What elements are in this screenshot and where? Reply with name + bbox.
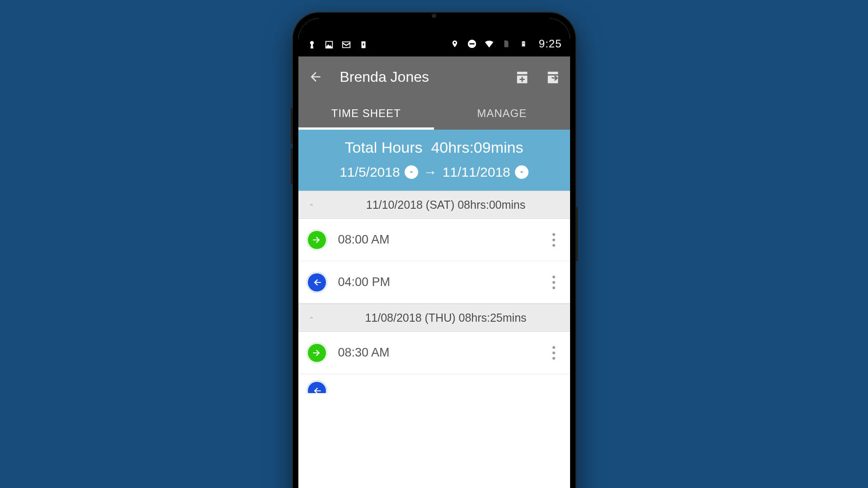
appbar-actions xyxy=(513,68,562,86)
keyhole-icon xyxy=(307,39,317,50)
phone-screen: 9:25 Brenda Jones TIME SHEET xyxy=(298,18,570,488)
tab-label: TIME SHEET xyxy=(331,107,401,120)
status-bar: 9:25 xyxy=(298,18,570,56)
app-bar: Brenda Jones xyxy=(298,56,570,97)
phone-power-button xyxy=(576,207,578,261)
svg-rect-1 xyxy=(469,43,474,45)
dnd-icon xyxy=(467,38,477,49)
time-entry-row-partial[interactable] xyxy=(298,374,570,393)
battery-icon xyxy=(518,38,529,49)
entry-overflow-menu[interactable] xyxy=(546,276,562,289)
page-title: Brenda Jones xyxy=(340,69,498,85)
statusbar-right-icons: 9:25 xyxy=(449,38,562,50)
entry-time: 08:30 AM xyxy=(338,346,546,360)
phone-frame: 9:25 Brenda Jones TIME SHEET xyxy=(293,13,576,488)
entry-time: 04:00 PM xyxy=(338,275,546,289)
sim-icon xyxy=(501,38,512,49)
entry-time: 08:00 AM xyxy=(338,233,546,247)
tab-indicator xyxy=(298,127,434,130)
wifi-icon xyxy=(484,38,495,49)
chevron-down-icon xyxy=(405,165,418,179)
time-entry-row[interactable]: 04:00 PM xyxy=(298,261,570,304)
time-entry-row[interactable]: 08:30 AM xyxy=(298,332,570,374)
phone-camera-dot xyxy=(432,14,436,18)
date-end-value: 11/11/2018 xyxy=(443,164,510,180)
day-header-label: 11/08/2018 (THU) 08hrs:25mins xyxy=(330,311,562,324)
tab-label: MANAGE xyxy=(477,107,527,120)
date-range: 11/5/2018 → 11/11/2018 xyxy=(306,164,563,180)
download-icon xyxy=(358,39,369,50)
statusbar-left-icons xyxy=(307,39,369,50)
date-start-selector[interactable]: 11/5/2018 xyxy=(340,164,418,180)
location-icon xyxy=(449,38,460,49)
tab-bar: TIME SHEET MANAGE xyxy=(298,97,570,130)
day-header[interactable]: 11/08/2018 (THU) 08hrs:25mins xyxy=(298,304,570,332)
caret-up-icon xyxy=(307,200,316,209)
calendar-add-button[interactable] xyxy=(513,68,531,86)
total-hours-value: 40hrs:09mins xyxy=(431,139,523,156)
date-start-value: 11/5/2018 xyxy=(340,164,400,180)
clock-in-icon xyxy=(307,343,327,363)
back-button[interactable] xyxy=(307,68,325,86)
svg-rect-2 xyxy=(522,43,524,46)
total-hours-label: Total Hours xyxy=(345,139,423,156)
calendar-share-button[interactable] xyxy=(544,68,562,86)
clock-out-icon xyxy=(307,272,327,293)
clock-in-icon xyxy=(307,230,327,250)
time-entry-row[interactable]: 08:00 AM xyxy=(298,219,570,261)
tab-manage[interactable]: MANAGE xyxy=(434,97,570,130)
phone-volume-up xyxy=(291,108,293,144)
summary-panel: Total Hours 40hrs:09mins 11/5/2018 → 11/… xyxy=(298,130,570,191)
day-header[interactable]: 11/10/2018 (SAT) 08hrs:00mins xyxy=(298,191,570,219)
clock-out-icon xyxy=(307,380,327,393)
chevron-down-icon xyxy=(515,165,528,179)
entry-overflow-menu[interactable] xyxy=(546,233,562,247)
mail-icon xyxy=(341,39,352,50)
entry-overflow-menu[interactable] xyxy=(546,346,562,360)
statusbar-time: 9:25 xyxy=(539,38,562,50)
arrow-right-icon: → xyxy=(424,164,437,180)
image-icon xyxy=(324,39,335,50)
day-header-label: 11/10/2018 (SAT) 08hrs:00mins xyxy=(330,198,562,211)
total-hours-line: Total Hours 40hrs:09mins xyxy=(306,139,563,156)
phone-volume-down xyxy=(291,148,293,184)
caret-up-icon xyxy=(307,313,316,322)
tab-time-sheet[interactable]: TIME SHEET xyxy=(298,97,434,130)
date-end-selector[interactable]: 11/11/2018 xyxy=(443,164,528,180)
